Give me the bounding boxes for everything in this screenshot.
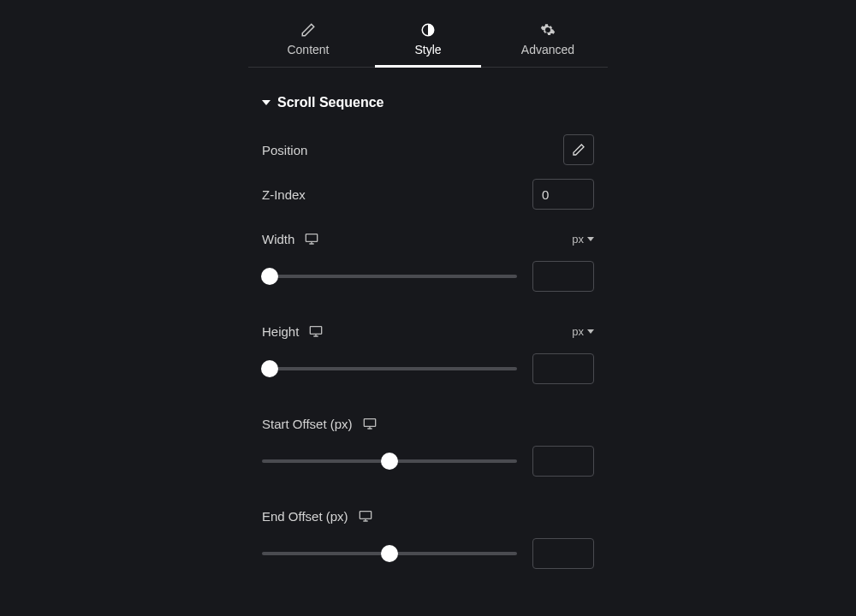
slider-thumb[interactable] xyxy=(261,268,278,285)
label-height: Height xyxy=(262,324,323,339)
row-zindex: Z-Index xyxy=(262,179,594,210)
tab-style[interactable]: Style xyxy=(368,15,488,67)
chevron-down-icon xyxy=(587,329,594,334)
svg-rect-3 xyxy=(364,419,375,427)
row-height-header: Height px xyxy=(262,316,594,346)
tab-label: Advanced xyxy=(521,43,574,56)
desktop-icon[interactable] xyxy=(359,510,372,522)
slider-thumb[interactable] xyxy=(381,545,398,562)
width-input[interactable] xyxy=(532,261,594,292)
label-end-offset: End Offset (px) xyxy=(262,509,372,524)
section-scroll-sequence: Scroll Sequence Position Z-Index Width p… xyxy=(248,68,608,569)
width-slider[interactable] xyxy=(262,268,517,285)
width-unit-select[interactable]: px xyxy=(572,233,594,246)
tab-label: Style xyxy=(414,43,441,56)
tab-content[interactable]: Content xyxy=(248,15,368,67)
row-end-offset-slider xyxy=(262,538,594,569)
pencil-icon xyxy=(300,22,316,38)
contrast-icon xyxy=(420,22,436,38)
svg-rect-2 xyxy=(311,327,322,335)
row-position: Position xyxy=(262,134,594,165)
style-panel: Content Style Advanced Scroll Sequence P… xyxy=(248,0,608,569)
start-offset-input[interactable] xyxy=(532,446,594,477)
chevron-down-icon xyxy=(587,237,594,241)
end-offset-input[interactable] xyxy=(532,538,594,569)
height-input[interactable] xyxy=(532,353,594,384)
desktop-icon[interactable] xyxy=(305,233,318,245)
height-unit-select[interactable]: px xyxy=(572,325,594,338)
slider-thumb[interactable] xyxy=(261,360,278,377)
row-width-slider xyxy=(262,261,594,292)
section-toggle[interactable]: Scroll Sequence xyxy=(262,95,594,110)
label-position: Position xyxy=(262,143,307,157)
position-edit-button[interactable] xyxy=(563,134,594,165)
label-start-offset: Start Offset (px) xyxy=(262,417,377,431)
tab-advanced[interactable]: Advanced xyxy=(488,15,608,67)
desktop-icon[interactable] xyxy=(363,418,377,429)
row-start-offset-header: Start Offset (px) xyxy=(262,408,594,439)
caret-down-icon xyxy=(262,100,270,105)
svg-rect-4 xyxy=(360,512,371,519)
zindex-input[interactable] xyxy=(532,179,594,210)
row-height-slider xyxy=(262,353,594,384)
tab-bar: Content Style Advanced xyxy=(248,15,608,68)
svg-rect-1 xyxy=(306,234,318,242)
pencil-icon xyxy=(572,143,586,157)
row-width-header: Width px xyxy=(262,223,594,254)
height-slider[interactable] xyxy=(262,360,517,377)
tab-label: Content xyxy=(287,43,329,56)
row-end-offset-header: End Offset (px) xyxy=(262,500,594,531)
desktop-icon[interactable] xyxy=(309,325,323,337)
start-offset-slider[interactable] xyxy=(262,453,517,470)
row-start-offset-slider xyxy=(262,446,594,477)
label-zindex: Z-Index xyxy=(262,187,306,202)
label-width: Width xyxy=(262,232,318,246)
end-offset-slider[interactable] xyxy=(262,545,517,562)
section-title: Scroll Sequence xyxy=(277,95,384,110)
slider-thumb[interactable] xyxy=(381,453,398,470)
gear-icon xyxy=(540,22,556,38)
